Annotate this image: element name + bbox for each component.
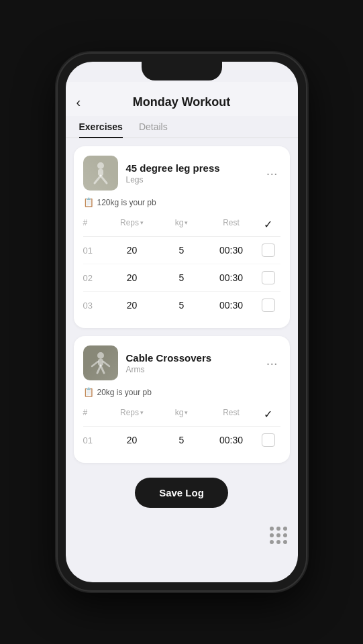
dots-grid[interactable] bbox=[270, 527, 287, 544]
set-rest-1-3: 00:30 bbox=[207, 300, 256, 311]
set-num-1-1: 01 bbox=[83, 246, 107, 256]
exercise-thumb-1 bbox=[83, 156, 118, 191]
page-title: Monday Workout bbox=[133, 95, 231, 109]
set-reps-1-2[interactable]: 20 bbox=[107, 272, 157, 283]
set-reps-1-3[interactable]: 20 bbox=[107, 300, 157, 311]
pb-icon-2: 📋 bbox=[83, 387, 94, 397]
set-kg-2-1[interactable]: 5 bbox=[157, 435, 207, 445]
set-check-1-1[interactable] bbox=[256, 244, 280, 257]
pb-icon-1: 📋 bbox=[83, 197, 94, 207]
page-header: ‹ Monday Workout bbox=[66, 82, 298, 116]
set-rest-1-1: 00:30 bbox=[207, 245, 256, 256]
pb-badge-2: 📋 20kg is your pb bbox=[83, 387, 280, 397]
svg-line-3 bbox=[101, 176, 107, 183]
kg2-arrow-icon: ▾ bbox=[185, 409, 188, 416]
exercise-header-1: 45 degree leg press Legs ··· bbox=[83, 156, 280, 191]
exercise-info-1: 45 degree leg press Legs bbox=[126, 162, 264, 184]
set-kg-1-2[interactable]: 5 bbox=[157, 272, 207, 283]
col-num-header: # bbox=[83, 218, 107, 231]
set-check-1-2[interactable] bbox=[256, 271, 280, 284]
dot-1 bbox=[270, 527, 274, 531]
check-all-icon: ✓ bbox=[264, 219, 272, 230]
col-kg-header: kg ▾ bbox=[157, 218, 207, 231]
set-rest-2-1: 00:30 bbox=[207, 435, 256, 445]
exercise-muscle-1: Legs bbox=[126, 175, 264, 184]
set-row-1-2: 02 20 5 00:30 bbox=[83, 264, 280, 292]
dot-4 bbox=[270, 533, 274, 537]
col2-num-header: # bbox=[83, 408, 107, 421]
dot-2 bbox=[276, 527, 280, 531]
dot-3 bbox=[283, 527, 287, 531]
exercise-card-1: 45 degree leg press Legs ··· 📋 120kg is … bbox=[74, 146, 290, 328]
tab-details[interactable]: Details bbox=[139, 116, 168, 138]
reps2-arrow-icon: ▾ bbox=[140, 409, 144, 416]
svg-point-0 bbox=[97, 162, 104, 169]
save-log-wrapper: Save Log bbox=[66, 471, 298, 521]
check-all-icon-2: ✓ bbox=[264, 409, 272, 420]
reps-arrow-icon: ▾ bbox=[140, 219, 144, 226]
col2-kg-header: kg ▾ bbox=[157, 408, 207, 421]
col2-rest-header: Rest bbox=[207, 408, 256, 421]
pb-badge-1: 📋 120kg is your pb bbox=[83, 197, 280, 207]
dot-7 bbox=[270, 540, 274, 544]
col-check-header: ✓ bbox=[256, 218, 280, 231]
set-kg-1-3[interactable]: 5 bbox=[157, 300, 207, 311]
cable-figure bbox=[88, 350, 113, 376]
bottom-right-nav bbox=[66, 521, 298, 552]
table-header-1: # Reps ▾ kg ▾ bbox=[83, 215, 280, 237]
exercise-name-1: 45 degree leg press bbox=[126, 162, 264, 174]
table-header-2: # Reps ▾ kg ▾ bbox=[83, 405, 280, 427]
pb-text-2: 20kg is your pb bbox=[97, 388, 152, 397]
back-button[interactable]: ‹ bbox=[76, 95, 81, 110]
set-row-1-1: 01 20 5 00:30 bbox=[83, 237, 280, 264]
col-rest-header: Rest bbox=[207, 218, 256, 231]
kg-arrow-icon: ▾ bbox=[185, 219, 188, 226]
save-log-button[interactable]: Save Log bbox=[135, 478, 228, 508]
exercise-muscle-2: Arms bbox=[126, 365, 264, 374]
tab-bar: Exercises Details bbox=[66, 116, 298, 138]
set-row-1-3: 03 20 5 00:30 bbox=[83, 292, 280, 319]
set-reps-1-1[interactable]: 20 bbox=[107, 245, 157, 256]
svg-line-2 bbox=[95, 176, 101, 183]
set-table-1: # Reps ▾ kg ▾ bbox=[83, 215, 280, 319]
svg-point-4 bbox=[97, 352, 104, 359]
set-num-1-3: 03 bbox=[83, 301, 107, 311]
set-table-2: # Reps ▾ kg ▾ bbox=[83, 405, 280, 453]
exercise-header-2: Cable Crossovers Arms ··· bbox=[83, 345, 280, 380]
col2-reps-header: Reps ▾ bbox=[107, 408, 157, 421]
dot-6 bbox=[283, 533, 287, 537]
set-num-1-2: 02 bbox=[83, 273, 107, 283]
svg-line-7 bbox=[103, 362, 109, 366]
set-reps-2-1[interactable]: 20 bbox=[107, 435, 157, 445]
svg-line-9 bbox=[101, 366, 104, 373]
col2-check-header: ✓ bbox=[256, 408, 280, 421]
tab-exercises[interactable]: Exercises bbox=[79, 116, 123, 138]
col-reps-header: Reps ▾ bbox=[107, 218, 157, 231]
svg-line-6 bbox=[92, 362, 98, 366]
exercise-card-2: Cable Crossovers Arms ··· 📋 20kg is your… bbox=[74, 336, 290, 463]
dot-8 bbox=[276, 540, 280, 544]
set-check-1-3[interactable] bbox=[256, 299, 280, 312]
dot-9 bbox=[283, 540, 287, 544]
pb-text-1: 120kg is your pb bbox=[97, 198, 156, 207]
exercise-info-2: Cable Crossovers Arms bbox=[126, 352, 264, 374]
exercise-name-2: Cable Crossovers bbox=[126, 352, 264, 364]
more-options-2[interactable]: ··· bbox=[264, 353, 280, 374]
exercise-thumb-2 bbox=[83, 345, 118, 380]
svg-rect-5 bbox=[98, 359, 103, 366]
set-row-2-1: 01 20 5 00:30 bbox=[83, 427, 280, 453]
set-check-2-1[interactable] bbox=[256, 433, 280, 447]
set-kg-1-1[interactable]: 5 bbox=[157, 245, 207, 256]
more-options-1[interactable]: ··· bbox=[264, 163, 280, 184]
dot-5 bbox=[276, 533, 280, 537]
set-rest-1-2: 00:30 bbox=[207, 272, 256, 283]
set-num-2-1: 01 bbox=[83, 435, 107, 445]
leg-press-figure bbox=[88, 160, 113, 186]
